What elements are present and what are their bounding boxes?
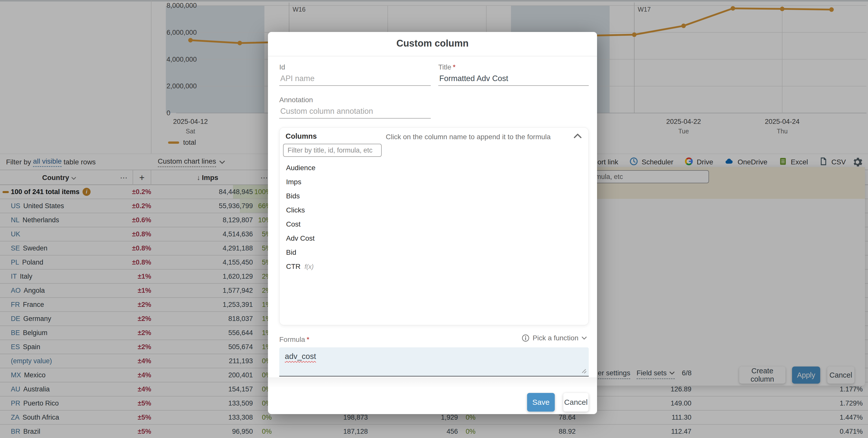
- formula-value: adv_cost: [285, 352, 316, 361]
- column-item-clicks[interactable]: Clicks: [280, 203, 588, 217]
- columns-filter-input[interactable]: [283, 144, 382, 157]
- column-item-cost[interactable]: Cost: [280, 217, 588, 231]
- column-item-audience[interactable]: Audience: [280, 161, 588, 175]
- id-field-label: Id: [279, 63, 285, 71]
- columns-list: AudienceImpsBidsClicksCostAdv CostBidCTR…: [280, 161, 588, 274]
- column-item-label: Audience: [286, 164, 315, 172]
- required-marker: *: [307, 335, 309, 343]
- chevron-up-icon: [574, 133, 582, 139]
- app-root: 02,000,0004,000,0006,000,0008,000,000W16…: [0, 0, 868, 438]
- column-item-label: Cost: [286, 220, 301, 228]
- column-item-ctr[interactable]: CTRf(x): [280, 260, 588, 274]
- required-marker: *: [453, 63, 456, 71]
- columns-card: Columns Click on the column name to appe…: [279, 127, 589, 325]
- column-item-adv-cost[interactable]: Adv Cost: [280, 231, 588, 245]
- modal-header-divider: [268, 56, 597, 56]
- column-item-bids[interactable]: Bids: [280, 189, 588, 203]
- save-button[interactable]: Save: [527, 393, 555, 412]
- modal-footer-fade: [268, 377, 597, 388]
- pick-function-dropdown[interactable]: Pick a function: [522, 334, 587, 342]
- modal-cancel-button[interactable]: Cancel: [563, 393, 588, 412]
- column-item-label: Clicks: [286, 206, 305, 214]
- resize-handle-icon[interactable]: [580, 367, 587, 374]
- title-field-label: Title*: [438, 63, 456, 71]
- custom-column-modal: Custom column Id Title* Annotation Colum…: [268, 32, 597, 414]
- column-item-label: Bid: [286, 249, 296, 256]
- collapse-columns-button[interactable]: [574, 133, 582, 140]
- info-icon: [522, 334, 530, 342]
- column-item-bid[interactable]: Bid: [280, 245, 588, 260]
- formula-textarea[interactable]: adv_cost: [279, 347, 589, 377]
- column-item-label: Imps: [286, 178, 302, 186]
- annotation-field-label: Annotation: [279, 96, 313, 104]
- column-item-label: Bids: [286, 192, 300, 200]
- modal-title: Custom column: [268, 38, 597, 49]
- annotation-input[interactable]: [279, 105, 431, 119]
- formula-column-badge: f(x): [305, 263, 314, 270]
- title-input[interactable]: [438, 72, 589, 86]
- column-item-label: Adv Cost: [286, 234, 315, 242]
- columns-card-title: Columns: [285, 132, 317, 141]
- chevron-down-icon: [582, 336, 587, 340]
- column-item-label: CTR: [286, 263, 301, 270]
- formula-field-label: Formula*: [279, 335, 309, 344]
- id-input[interactable]: [279, 72, 431, 86]
- columns-card-hint: Click on the column name to append it to…: [380, 133, 556, 141]
- column-item-imps[interactable]: Imps: [280, 175, 588, 189]
